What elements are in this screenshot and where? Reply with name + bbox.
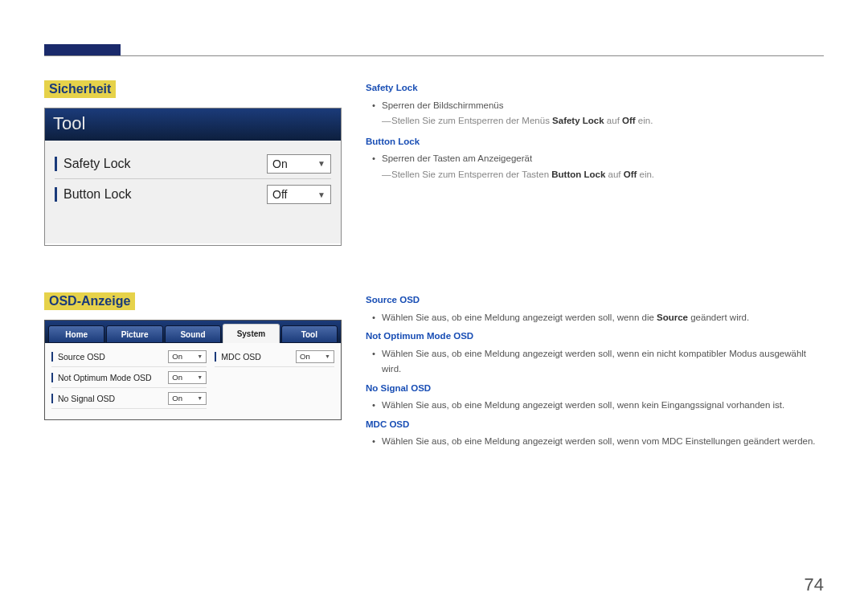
dropdown[interactable]: On ▼	[267, 154, 331, 174]
subheading: Button Lock	[366, 134, 824, 150]
row-label: No Signal OSD	[58, 394, 168, 403]
tab-home[interactable]: Home	[48, 325, 104, 343]
header-rule	[44, 55, 824, 56]
dropdown-value: Off	[272, 188, 287, 201]
dropdown[interactable]: On▼	[296, 350, 334, 363]
dropdown[interactable]: Off ▼	[267, 185, 331, 204]
bullet-text: Wählen Sie aus, ob eine Meldung angezeig…	[366, 434, 824, 450]
dropdown[interactable]: On▼	[168, 392, 207, 405]
row-label: MDC OSD	[221, 352, 296, 362]
header-accent-bar	[44, 44, 121, 55]
osd-row: No Signal OSD On▼	[51, 388, 207, 409]
osd-row: Source OSD On▼	[51, 346, 207, 367]
tab-bar: Home Picture Sound System Tool	[45, 321, 341, 343]
chevron-down-icon: ▼	[197, 374, 203, 380]
bullet-text: Sperren der Tasten am Anzeigegerät	[366, 151, 824, 167]
page-number: 74	[805, 574, 824, 595]
subheading: Not Optimum Mode OSD	[366, 329, 824, 345]
row-indicator-bar	[55, 187, 57, 202]
tab-sound[interactable]: Sound	[165, 325, 221, 343]
chevron-down-icon: ▼	[197, 395, 203, 401]
bullet-text: Sperren der Bildschirmmenüs	[366, 98, 824, 114]
dropdown[interactable]: On▼	[168, 371, 207, 384]
chevron-down-icon: ▼	[317, 159, 326, 168]
note-text: Stellen Sie zum Entsperren der Menüs Saf…	[366, 113, 824, 129]
row-indicator-bar	[51, 394, 53, 403]
tab-picture[interactable]: Picture	[106, 325, 162, 343]
menu-row: Button Lock Off ▼	[55, 179, 331, 210]
bullet-text: Wählen Sie aus, ob eine Meldung angezeig…	[366, 398, 824, 414]
note-text: Stellen Sie zum Entsperren der Tasten Bu…	[366, 167, 824, 183]
subheading: No Signal OSD	[366, 381, 824, 397]
bullet-text: Wählen Sie aus, ob eine Meldung angezeig…	[366, 346, 824, 378]
section-title-osd: OSD-Anzeige	[44, 292, 135, 310]
subheading: Safety Lock	[366, 80, 824, 96]
row-indicator-bar	[215, 352, 216, 362]
chevron-down-icon: ▼	[325, 353, 330, 359]
subheading: Source OSD	[366, 292, 824, 309]
screenshot-header: Tool	[45, 108, 341, 141]
osd-row: Not Optimum Mode OSD On▼	[51, 367, 207, 388]
tab-system[interactable]: System	[223, 324, 279, 343]
row-indicator-bar	[51, 352, 53, 362]
section-title-sicherheit: Sicherheit	[44, 80, 116, 98]
screenshot-tool-menu: Tool Safety Lock On ▼ Button Lock	[44, 108, 342, 246]
menu-row: Safety Lock On ▼	[55, 149, 331, 179]
row-indicator-bar	[55, 157, 57, 171]
dropdown[interactable]: On▼	[168, 350, 207, 363]
dropdown-value: On	[172, 352, 182, 361]
row-label: Not Optimum Mode OSD	[58, 373, 168, 382]
row-label: Safety Lock	[63, 157, 267, 171]
chevron-down-icon: ▼	[197, 353, 203, 359]
dropdown-value: On	[172, 373, 182, 382]
osd-row: MDC OSD On▼	[215, 346, 334, 367]
screenshot-osd-menu: Home Picture Sound System Tool Source OS…	[44, 320, 342, 420]
dropdown-value: On	[300, 352, 310, 361]
subheading: MDC OSD	[366, 417, 824, 433]
bullet-text: Wählen Sie aus, ob eine Meldung angezeig…	[366, 310, 824, 326]
row-indicator-bar	[51, 373, 53, 382]
chevron-down-icon: ▼	[317, 190, 326, 199]
tab-tool[interactable]: Tool	[281, 325, 338, 343]
row-label: Source OSD	[58, 352, 168, 362]
dropdown-value: On	[272, 157, 288, 170]
row-label: Button Lock	[63, 187, 267, 202]
dropdown-value: On	[172, 394, 182, 403]
